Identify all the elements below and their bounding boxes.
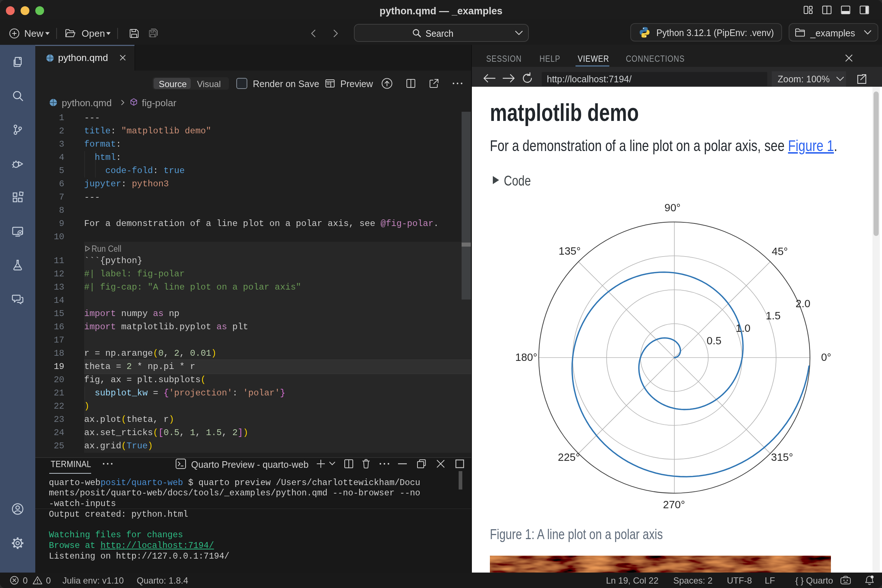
svg-text:90°: 90° [664, 202, 681, 213]
svg-text:225°: 225° [558, 451, 580, 463]
svg-text:135°: 135° [559, 245, 580, 257]
svg-text:180°: 180° [515, 351, 537, 363]
svg-text:315°: 315° [771, 451, 793, 463]
svg-text:0°: 0° [821, 351, 831, 363]
svg-text:45°: 45° [772, 246, 788, 257]
svg-text:2.0: 2.0 [796, 298, 810, 309]
svg-text:270°: 270° [663, 499, 685, 510]
svg-text:1.0: 1.0 [736, 322, 750, 334]
svg-text:0.5: 0.5 [707, 335, 722, 346]
svg-text:1.5: 1.5 [766, 310, 781, 322]
